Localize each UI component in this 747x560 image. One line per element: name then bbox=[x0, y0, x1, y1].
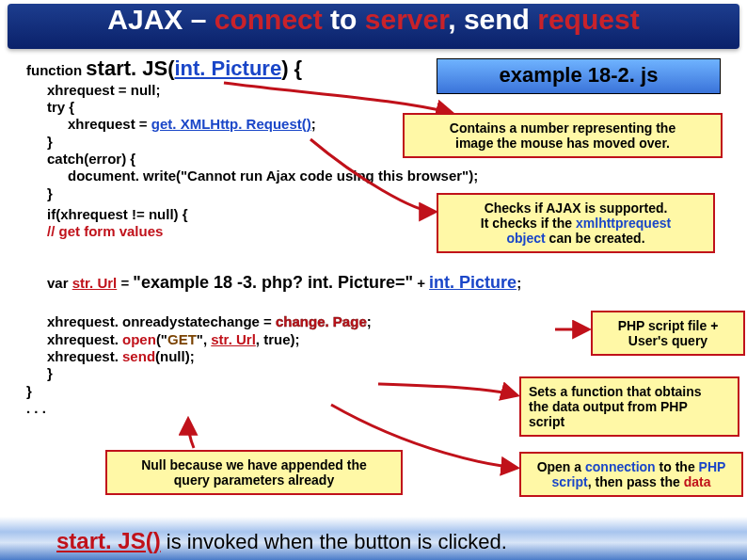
callout-change: Sets a function that obtains the data ou… bbox=[519, 376, 739, 437]
code-l11-eq: = bbox=[117, 275, 133, 291]
callout-open-l2c: data bbox=[684, 474, 711, 489]
callout-change-l2: the data output from PHP bbox=[529, 399, 688, 414]
code-l12-changepage: change. Page bbox=[276, 313, 367, 329]
callout-ajax-l3a: object bbox=[506, 231, 545, 246]
kw-function: function bbox=[26, 62, 86, 78]
callout-open-l2b: , then pass the bbox=[588, 474, 684, 489]
callout-null: Null because we have appended the query … bbox=[105, 450, 403, 495]
code-l14-c: (null); bbox=[155, 348, 195, 364]
code-l11-semi: ; bbox=[517, 275, 521, 291]
code-l13-c: (" bbox=[156, 331, 167, 347]
code-l11-var: var bbox=[47, 275, 72, 291]
code-l11-strurl: str. Url bbox=[72, 275, 118, 291]
bottom-rest: is invoked when the button is clicked. bbox=[161, 530, 507, 553]
callout-intpicture: Contains a number representing the image… bbox=[403, 113, 723, 158]
callout-ajax-l3b: can be created. bbox=[546, 231, 645, 246]
title-mid-1: to bbox=[323, 4, 365, 35]
code-l12-c: ; bbox=[367, 313, 372, 329]
callout-php-l2: User's query bbox=[628, 333, 707, 348]
callout-open: Open a connection to the PHP script, the… bbox=[519, 452, 743, 497]
callout-null-l2: query parameters already bbox=[174, 472, 334, 488]
code-l12-a: xhrequest. onreadystatechange = bbox=[47, 313, 276, 329]
callout-change-l1: Sets a function that obtains bbox=[529, 384, 702, 399]
callout-open-l1d: PHP bbox=[699, 459, 726, 474]
code-l13-g: , true); bbox=[256, 331, 300, 347]
title-red-2: server bbox=[365, 4, 448, 35]
title-mid-2: , send bbox=[448, 4, 537, 35]
code-l14-send: send bbox=[122, 348, 155, 364]
code-l11-plus: + bbox=[413, 275, 429, 291]
callout-ajax-l2a: It checks if the bbox=[481, 216, 576, 231]
title-red-1: connect bbox=[215, 4, 323, 35]
callout-open-l1a: Open a bbox=[537, 459, 585, 474]
code-l13-e: ", bbox=[197, 331, 211, 347]
code-l4-c: ; bbox=[311, 116, 316, 132]
code-l13-open: open bbox=[122, 331, 156, 347]
code-l13-strurl: str. Url bbox=[211, 331, 256, 347]
callout-open-l1c: to the bbox=[656, 459, 699, 474]
param-intpicture: int. Picture bbox=[174, 56, 281, 80]
filename-box: example 18-2. js bbox=[437, 58, 721, 94]
code-l7: document. write("Cannot run Ajax code us… bbox=[26, 168, 723, 184]
callout-php-l1: PHP script file + bbox=[618, 318, 719, 333]
code-l4-a: xhrequest = bbox=[68, 116, 151, 132]
callout-intpicture-l2: image the mouse has moved over. bbox=[455, 136, 670, 151]
title-red-3: request bbox=[537, 4, 639, 35]
code-l13-get: GET bbox=[167, 331, 197, 347]
callout-open-l1b: connection bbox=[585, 459, 656, 474]
code-l11-string: "example 18 -3. php? int. Picture=" bbox=[133, 273, 413, 292]
code-l4-getxml: get. XMLHttp. Request() bbox=[151, 116, 311, 132]
callout-null-l1: Null because we have appended the bbox=[141, 457, 367, 472]
bottom-fn: start. JS() bbox=[56, 528, 161, 553]
code-l11-intpic: int. Picture bbox=[429, 273, 517, 292]
title-prefix: AJAX – bbox=[107, 4, 214, 35]
callout-change-l3: script bbox=[529, 414, 564, 429]
callout-open-l2a: script bbox=[552, 474, 588, 489]
code-l14-a: xhrequest. bbox=[47, 348, 122, 364]
callout-ajax-l2b: xmlhttprequest bbox=[576, 216, 671, 231]
callout-ajax-support: Checks if AJAX is supported. It checks i… bbox=[437, 193, 715, 253]
slide-title: AJAX – connect to server, send request bbox=[0, 4, 747, 36]
callout-ajax-l1: Checks if AJAX is supported. bbox=[485, 200, 668, 216]
fn-startjs: start. JS( bbox=[86, 56, 174, 80]
callout-phpquery: PHP script file + User's query bbox=[591, 311, 745, 356]
bottom-sentence: start. JS() is invoked when the button i… bbox=[56, 528, 728, 554]
code-l13-a: xhrequest. bbox=[47, 331, 122, 347]
fn-close: ) { bbox=[281, 56, 302, 80]
callout-intpicture-l1: Contains a number representing the bbox=[450, 120, 675, 136]
